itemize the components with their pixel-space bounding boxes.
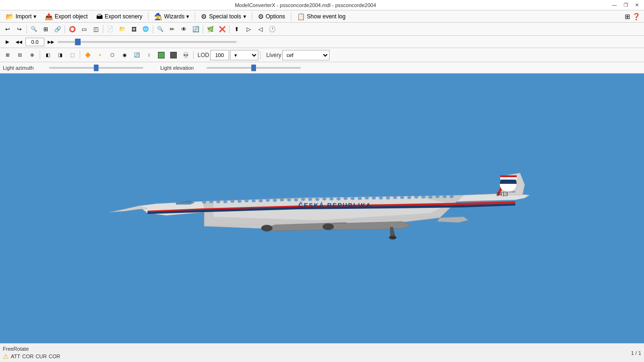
menu-export-object[interactable]: 📤 Export object: [41, 11, 91, 22]
view-btn-2[interactable]: ⊟: [14, 49, 25, 61]
tb2-btn-9[interactable]: ⬡: [107, 49, 118, 61]
tb2-btn-8[interactable]: 🔸: [94, 49, 106, 61]
svg-point-36: [436, 195, 439, 198]
tb-sep-6: [229, 25, 230, 33]
menu-special-tools[interactable]: ⚙ Special tools ▾: [197, 11, 249, 22]
eye-icon: 👁: [181, 26, 187, 33]
play2-button[interactable]: ▷: [243, 24, 254, 35]
tb2-btn-7[interactable]: 🔶: [82, 49, 93, 61]
image-button[interactable]: 🖼: [128, 24, 140, 35]
tb-sep-4: [153, 25, 153, 33]
back-button[interactable]: ◁: [255, 24, 266, 35]
status-bar: FreeRotate ⚠ ATT COR CUR COR 1 / 1: [0, 343, 644, 362]
tb2-btn-12[interactable]: ↕: [143, 49, 155, 61]
x-button[interactable]: ❌: [216, 24, 228, 35]
svg-point-21: [330, 197, 333, 200]
view-btn-3[interactable]: ⊕: [26, 49, 38, 61]
free-rotate-label: FreeRotate: [3, 346, 29, 352]
zoom-icon: 🔍: [31, 26, 37, 32]
menu-options[interactable]: ⚙ Options: [254, 11, 289, 22]
event-log-icon: 📋: [297, 13, 305, 20]
leaf-button[interactable]: 🌿: [205, 24, 216, 35]
view-btn-5[interactable]: ◨: [54, 49, 66, 61]
svg-point-35: [429, 196, 432, 198]
rotate-button[interactable]: 🔄: [190, 24, 201, 35]
lod-dropdown[interactable]: ▾: [230, 50, 258, 60]
view-btn-4[interactable]: ◧: [42, 49, 53, 61]
wizards-icon: 🧙: [154, 13, 162, 20]
link-button[interactable]: 🔗: [52, 24, 63, 35]
page-indicator: 1 / 1: [631, 350, 641, 356]
svg-point-29: [386, 197, 390, 199]
menu-separator-3: [252, 12, 252, 21]
svg-point-12: [266, 199, 270, 202]
svg-point-19: [315, 198, 319, 201]
toolbar1: ↩ ↪ 🔍 ⊞ 🔗 ⭕ ▭ ◫ 📄 📁 🖼 🌐 🔍 ✏ 👁 🔄 🌿 ❌ ⬆ ▷ …: [0, 23, 644, 36]
light-azimuth-slider[interactable]: [49, 67, 143, 69]
svg-point-44: [389, 236, 396, 239]
svg-point-34: [421, 196, 425, 198]
minimize-button[interactable]: —: [609, 1, 619, 9]
svg-point-20: [322, 197, 326, 200]
grid-button[interactable]: ⊞: [40, 24, 51, 35]
svg-point-5: [216, 200, 220, 203]
circle-button[interactable]: ⭕: [66, 24, 78, 35]
tb2-btn-15[interactable]: 💀: [180, 49, 191, 61]
menu-import[interactable]: 📂 Import ▾: [2, 11, 40, 22]
svg-point-25: [358, 197, 362, 200]
svg-point-22: [337, 197, 340, 200]
menu-show-event-log[interactable]: 📋 Show event log: [293, 11, 349, 22]
tb-sep-1: [26, 25, 27, 33]
undo-button[interactable]: ↩: [2, 24, 13, 35]
menu-wizards[interactable]: 🧙 Wizards ▾: [150, 11, 193, 22]
menu-export-scenery[interactable]: 🏔 Export scenery: [92, 11, 146, 22]
folder-button[interactable]: 📁: [116, 24, 128, 35]
close-button[interactable]: ✕: [632, 1, 642, 9]
viewport[interactable]: ČESKÁ REPUBLIKA 3413 Concorde: [0, 74, 644, 343]
view-icon-4: ◧: [46, 52, 50, 58]
prev-button[interactable]: ◀◀: [14, 37, 24, 47]
svg-point-10: [252, 199, 256, 202]
back-icon: ◁: [258, 26, 263, 33]
help-expand-icon[interactable]: ⊞: [625, 13, 630, 20]
rect-button[interactable]: ▭: [78, 24, 90, 35]
help-icon[interactable]: ❓: [632, 13, 640, 20]
svg-point-8: [238, 200, 241, 203]
play-button[interactable]: ▶: [3, 37, 12, 47]
tb2-btn-14[interactable]: [168, 49, 179, 61]
tb2-btn-13[interactable]: [156, 49, 167, 61]
tb2-btn-10[interactable]: ◉: [119, 49, 130, 61]
search2-button[interactable]: 🔍: [155, 24, 166, 35]
maximize-button[interactable]: ❐: [620, 1, 631, 9]
svg-point-6: [223, 200, 227, 203]
x-icon: ❌: [219, 26, 226, 33]
toolbar2: ⊞ ⊟ ⊕ ◧ ◨ ⬚ 🔶 🔸 ⬡ ◉ 🔄 ↕ 💀 LOD ▾ Livery c…: [0, 48, 644, 62]
rect2-button[interactable]: ◫: [90, 24, 101, 35]
doc-button[interactable]: 📄: [105, 24, 116, 35]
redo-button[interactable]: ↪: [14, 24, 25, 35]
special-tools-icon: ⚙: [201, 13, 207, 20]
view-btn-6[interactable]: ⬚: [66, 49, 78, 61]
globe-button[interactable]: 🌐: [140, 24, 151, 35]
svg-text:Concorde: Concorde: [501, 190, 515, 193]
lod-input[interactable]: [210, 50, 229, 60]
rect-icon: ▭: [82, 26, 87, 33]
svg-point-32: [407, 196, 411, 199]
svg-point-26: [365, 197, 369, 199]
livery-dropdown[interactable]: cef default: [282, 50, 330, 60]
tb2-btn-11[interactable]: 🔄: [131, 49, 142, 61]
view-btn-1[interactable]: ⊞: [2, 49, 13, 61]
light-elevation-slider[interactable]: [206, 67, 301, 69]
pencil-button[interactable]: ✏: [166, 24, 178, 35]
tb2-sep-2: [80, 51, 80, 59]
svg-point-38: [450, 195, 454, 198]
eye-button[interactable]: 👁: [178, 24, 190, 35]
zoom-button[interactable]: 🔍: [28, 24, 40, 35]
next-button[interactable]: ▶▶: [46, 37, 56, 47]
svg-point-31: [400, 196, 404, 199]
anim-value-input[interactable]: [25, 38, 44, 46]
clock-button[interactable]: 🕐: [266, 24, 278, 35]
upload-button[interactable]: ⬆: [231, 24, 242, 35]
anim-slider[interactable]: [58, 41, 237, 43]
svg-rect-43: [500, 175, 517, 177]
